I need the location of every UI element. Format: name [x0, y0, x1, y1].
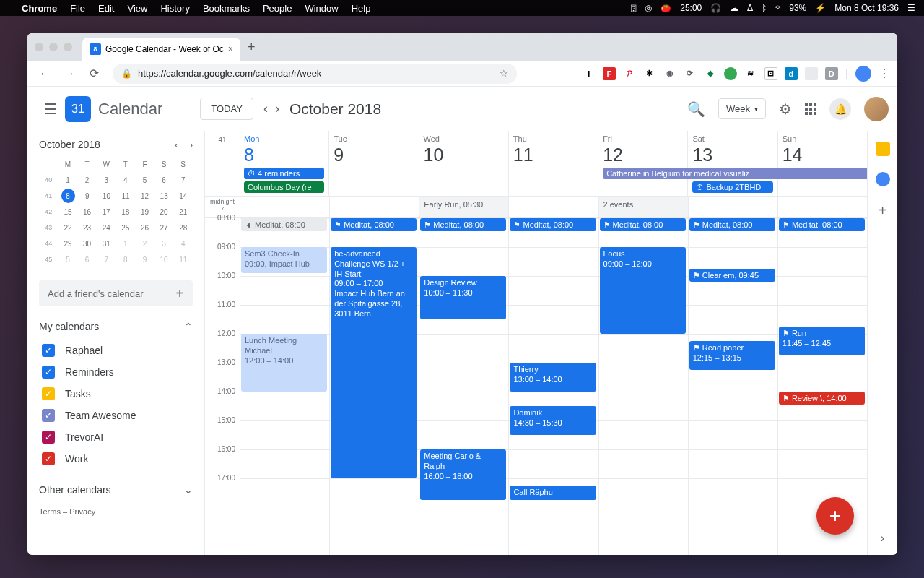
mini-cal-day[interactable]: 23	[77, 220, 97, 236]
calendar-event[interactable]: ⚑ Meditat, 08:00	[779, 218, 865, 231]
mini-cal-day[interactable]: 9	[135, 251, 154, 267]
day-column[interactable]: ⚑ Meditat, 08:00Design Review10:00 – 11:…	[419, 218, 508, 555]
my-calendars-toggle[interactable]: My calendars ⌃	[39, 321, 193, 332]
search-icon[interactable]: 🔍	[687, 100, 705, 118]
headphones-icon[interactable]: 🎧	[710, 3, 721, 13]
calendar-event[interactable]: ⚑ Meditat, 08:00	[510, 218, 596, 231]
status-icon[interactable]: ◎	[645, 3, 652, 13]
mini-cal-day[interactable]: 22	[58, 220, 78, 236]
calendar-checkbox[interactable]: ✓	[42, 409, 55, 422]
battery-value[interactable]: 93%	[789, 3, 806, 13]
ext-icon[interactable]: ✱	[643, 67, 656, 80]
day-header[interactable]: Thu 11	[508, 131, 598, 196]
bookmark-star-icon[interactable]: ☆	[500, 68, 508, 79]
mini-cal-day[interactable]: 15	[58, 204, 78, 220]
calendar-event[interactable]: ⏴ Meditat, 08:00	[241, 218, 327, 231]
other-calendars-toggle[interactable]: Other calendars ⌄	[39, 484, 193, 496]
calendar-event[interactable]: Call Räphu	[510, 486, 596, 500]
ext-icon[interactable]: ⟳	[684, 67, 697, 80]
mini-cal-day[interactable]: 27	[154, 220, 174, 236]
keep-icon[interactable]	[876, 142, 890, 156]
mini-cal-day[interactable]: 8	[116, 251, 136, 267]
allday-event[interactable]: ⏱ Backup 2TBHD	[692, 181, 772, 193]
collapse-panel-icon[interactable]: ›	[881, 532, 884, 545]
add-calendar-icon[interactable]: +	[175, 285, 184, 302]
day-header[interactable]: Sun 14	[777, 131, 867, 196]
pinterest-icon[interactable]: 𝓟	[623, 67, 636, 80]
mini-cal-day[interactable]: 4	[116, 172, 136, 188]
calendar-list-item[interactable]: ✓ Team Awesome	[39, 405, 193, 426]
calendar-event[interactable]: Design Review10:00 – 11:30	[420, 276, 506, 319]
mini-cal-day[interactable]: 11	[173, 251, 193, 267]
ext-icon[interactable]	[805, 67, 818, 80]
camera-icon[interactable]: ◉	[663, 67, 676, 80]
mini-cal-day[interactable]: 29	[58, 236, 78, 251]
minimize-window-icon[interactable]	[49, 43, 58, 51]
calendar-event[interactable]: ⚑ Meditat, 08:00	[689, 218, 775, 231]
calendar-event[interactable]: ⚑ Clear em, 09:45	[689, 269, 775, 282]
calendar-event[interactable]: Meeting Carlo & Ralph16:00 – 18:00	[420, 449, 506, 500]
chrome-menu-icon[interactable]: ⋮	[879, 66, 890, 80]
mini-cal-day[interactable]: 11	[116, 188, 136, 204]
calendar-checkbox[interactable]: ✓	[42, 431, 55, 444]
mini-cal-day[interactable]: 31	[97, 236, 116, 251]
calendar-list-item[interactable]: ✓ Reminders	[39, 361, 193, 383]
clock-value[interactable]: Mon 8 Oct 19:36	[834, 3, 899, 13]
day-header[interactable]: Fri 12Catherine in Belgium for medical v…	[598, 131, 687, 196]
mini-calendar[interactable]: MTWTFSS401234567418910111213144215161718…	[39, 156, 193, 267]
ext-icon[interactable]: d	[785, 67, 798, 80]
mini-cal-day[interactable]: 16	[77, 204, 97, 220]
url-input[interactable]: 🔒 https://calendar.google.com/calendar/r…	[113, 64, 517, 84]
day-column[interactable]: ⚑ Meditat, 08:00Focus09:00 – 12:00	[598, 218, 688, 555]
mini-cal-day[interactable]: 7	[173, 172, 193, 188]
bluetooth-icon[interactable]: ᛒ	[762, 3, 767, 13]
mini-cal-day[interactable]: 24	[97, 220, 116, 236]
mini-cal-day[interactable]: 9	[78, 188, 97, 204]
calendar-checkbox[interactable]: ✓	[42, 387, 55, 400]
cloud-icon[interactable]: ☁	[730, 3, 738, 13]
view-selector[interactable]: Week ▾	[718, 98, 766, 119]
calendar-event[interactable]: ⚑ Meditat, 08:00	[331, 218, 417, 231]
allday-event[interactable]: ⏱ 4 reminders	[244, 168, 324, 179]
mini-cal-day[interactable]: 10	[97, 188, 116, 204]
menu-edit[interactable]: Edit	[98, 3, 114, 14]
menu-icon[interactable]: ☰	[907, 3, 915, 13]
window-controls[interactable]	[35, 43, 72, 51]
calendar-event[interactable]: ⚑ Read paper12:15 – 13:15	[689, 341, 775, 370]
mini-cal-day[interactable]: 25	[116, 220, 136, 236]
ext-icon[interactable]: ◆	[704, 67, 717, 80]
allday-event[interactable]: Catherine in Belgium for medical visuali…	[603, 168, 867, 179]
mini-cal-day[interactable]: 4	[173, 236, 193, 251]
calendar-event[interactable]: ⚑ Meditat, 08:00	[600, 218, 686, 231]
day-header[interactable]: Mon 8⏱ 4 remindersColumbus Day (re	[240, 131, 328, 196]
flame-icon[interactable]: ⵠ	[747, 3, 753, 13]
back-button[interactable]: ←	[35, 64, 55, 84]
mini-cal-day[interactable]: 18	[116, 204, 136, 220]
wifi-icon[interactable]: ⌔	[775, 3, 780, 13]
mini-cal-day[interactable]: 10	[154, 251, 174, 267]
mini-cal-day[interactable]: 1	[58, 172, 78, 188]
settings-icon[interactable]: ⚙	[779, 100, 792, 118]
buffer-icon[interactable]: ≋	[744, 67, 757, 80]
day-header[interactable]: Sat 13⏱ Backup 2TBHD	[687, 131, 777, 196]
mini-cal-day[interactable]: 17	[97, 204, 116, 220]
dropbox-icon[interactable]: ⍰	[631, 3, 636, 13]
calendar-event[interactable]: ⚑ Meditat, 08:00	[420, 218, 506, 231]
timer-value[interactable]: 25:00	[680, 3, 702, 13]
close-tab-icon[interactable]: ×	[228, 44, 233, 54]
menu-file[interactable]: File	[70, 3, 85, 14]
menu-view[interactable]: View	[127, 3, 147, 14]
tasks-icon[interactable]	[876, 172, 890, 186]
mini-cal-day[interactable]: 3	[97, 172, 116, 188]
close-window-icon[interactable]	[35, 43, 43, 51]
menu-history[interactable]: History	[160, 3, 189, 14]
calendar-list-item[interactable]: ✓ TrevorAI	[39, 426, 193, 448]
early-events-cell[interactable]: Early Run, 05:30	[419, 197, 508, 217]
forward-button[interactable]: →	[59, 64, 79, 84]
calendar-event[interactable]: Dominik14:30 – 15:30	[510, 406, 596, 435]
day-header[interactable]: Wed 10	[419, 131, 508, 196]
prev-period-button[interactable]: ‹	[263, 101, 268, 116]
mini-cal-day[interactable]: 14	[173, 188, 193, 204]
browser-tab[interactable]: 8 Google Calendar - Week of Oc ×	[82, 38, 240, 61]
tomato-icon[interactable]: 🍅	[661, 3, 671, 13]
